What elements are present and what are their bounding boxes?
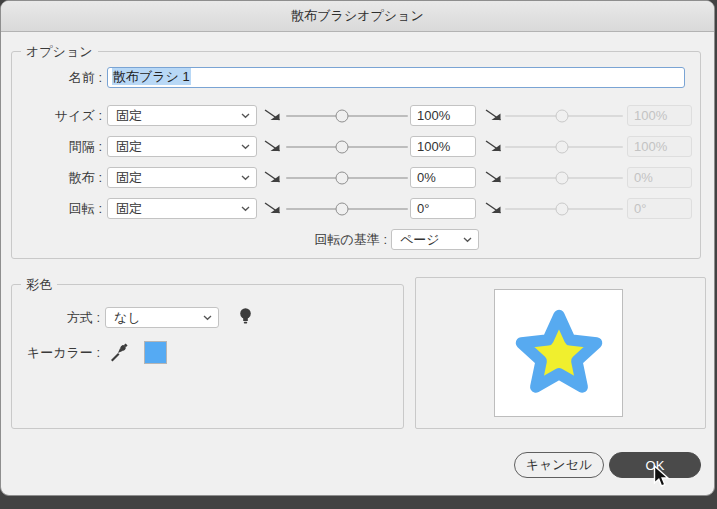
slider-flag-icon xyxy=(264,139,281,154)
key-color-swatch[interactable] xyxy=(144,341,167,364)
chevron-down-icon xyxy=(241,206,250,212)
size-label: サイズ : xyxy=(12,105,102,127)
slider-flag-icon xyxy=(485,201,502,216)
rotation-slider-knob[interactable] xyxy=(336,202,349,215)
spacing-variation-knob xyxy=(555,140,568,153)
scatter-variation-field: 0% xyxy=(627,167,692,188)
name-label: 名前 : xyxy=(12,67,102,89)
brush-preview-canvas xyxy=(494,289,623,417)
scatter-variation-slider xyxy=(505,167,623,188)
size-slider-knob[interactable] xyxy=(336,109,349,122)
size-slider[interactable] xyxy=(286,105,408,126)
spacing-variation-slider xyxy=(505,136,623,157)
scatter-brush-options-dialog: 散布ブラシオプション オプション 名前 : 散布ブラシ 1 サイズ : 固定 1… xyxy=(0,0,715,496)
rotation-basis-dropdown[interactable]: ページ xyxy=(391,229,479,250)
scatter-slider-knob[interactable] xyxy=(336,171,349,184)
spacing-mode-dropdown[interactable]: 固定 xyxy=(107,136,257,157)
slider-flag-icon xyxy=(264,108,281,123)
colorization-group-legend: 彩色 xyxy=(21,276,57,293)
chevron-down-icon xyxy=(241,144,250,150)
spacing-variation-field: 100% xyxy=(627,136,692,157)
slider-flag-icon xyxy=(264,201,281,216)
rotation-variation-knob xyxy=(555,202,568,215)
ok-button[interactable]: OK xyxy=(609,452,701,478)
spacing-slider[interactable] xyxy=(286,136,408,157)
size-variation-field: 100% xyxy=(627,105,692,126)
spacing-label: 間隔 : xyxy=(12,136,102,158)
scatter-mode-dropdown[interactable]: 固定 xyxy=(107,167,257,188)
cancel-button[interactable]: キャンセル xyxy=(514,452,604,478)
scatter-value-field[interactable]: 0% xyxy=(410,167,476,188)
chevron-down-icon xyxy=(241,175,250,181)
slider-flag-icon xyxy=(485,170,502,185)
rotation-slider[interactable] xyxy=(286,198,408,219)
spacing-value-field[interactable]: 100% xyxy=(410,136,476,157)
slider-flag-icon xyxy=(264,170,281,185)
rotation-basis-label: 回転の基準 : xyxy=(252,229,387,251)
brush-preview-panel xyxy=(415,277,706,429)
colorization-tips-bulb-icon[interactable] xyxy=(239,307,252,331)
rotation-label: 回転 : xyxy=(12,198,102,220)
star-shape-icon xyxy=(507,301,611,405)
scatter-variation-knob xyxy=(555,171,568,184)
rotation-variation-slider xyxy=(505,198,623,219)
slider-flag-icon xyxy=(485,108,502,123)
options-group: オプション 名前 : 散布ブラシ 1 サイズ : 固定 100% 100% 間隔… xyxy=(11,51,701,259)
chevron-down-icon xyxy=(463,237,472,243)
chevron-down-icon xyxy=(203,315,212,321)
size-variation-knob xyxy=(555,109,568,122)
rotation-mode-dropdown[interactable]: 固定 xyxy=(107,198,257,219)
brush-name-selected-text: 散布ブラシ 1 xyxy=(112,68,191,85)
dialog-titlebar: 散布ブラシオプション xyxy=(1,1,714,32)
method-label: 方式 : xyxy=(12,307,100,329)
colorization-method-dropdown[interactable]: なし xyxy=(105,307,219,328)
chevron-down-icon xyxy=(241,113,250,119)
spacing-slider-knob[interactable] xyxy=(336,140,349,153)
key-color-label: キーカラー : xyxy=(12,342,100,364)
rotation-variation-field: 0° xyxy=(627,198,692,219)
scatter-slider[interactable] xyxy=(286,167,408,188)
size-variation-slider xyxy=(505,105,623,126)
brush-name-input[interactable]: 散布ブラシ 1 xyxy=(107,67,685,88)
rotation-value-field[interactable]: 0° xyxy=(410,198,476,219)
options-group-legend: オプション xyxy=(21,43,98,60)
size-mode-dropdown[interactable]: 固定 xyxy=(107,105,257,126)
colorization-group: 彩色 方式 : なし キーカラー : xyxy=(11,284,404,429)
size-value-field[interactable]: 100% xyxy=(410,105,476,126)
dialog-title: 散布ブラシオプション xyxy=(291,7,423,25)
scatter-label: 散布 : xyxy=(12,167,102,189)
eyedropper-icon[interactable] xyxy=(108,341,130,367)
slider-flag-icon xyxy=(485,139,502,154)
